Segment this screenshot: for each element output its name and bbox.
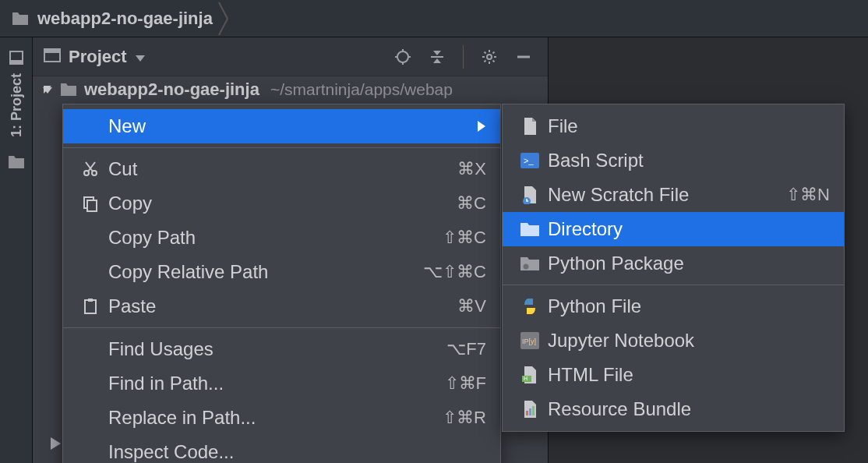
tool-window-header: Project	[33, 37, 548, 76]
context_menu-item-new[interactable]: New	[63, 109, 500, 143]
jupyter-icon: IP[y]	[517, 332, 543, 349]
window-icon	[44, 47, 61, 67]
menu-item-label: HTML File	[548, 364, 633, 386]
project-root-label: webapp2-no-gae-jinja	[84, 80, 259, 100]
new_submenu-item-bash-script[interactable]: >_Bash Script	[503, 143, 844, 178]
menu-item-shortcut: ⌘C	[457, 193, 486, 214]
menu-item-label: Bash Script	[548, 150, 644, 171]
locate-icon[interactable]	[390, 44, 416, 70]
project-tab[interactable]: 1: Project	[7, 48, 26, 137]
menu-item-shortcut: ⇧⌘R	[443, 408, 486, 428]
new_submenu-item-directory[interactable]: Directory	[503, 212, 844, 246]
menu-divider	[503, 285, 844, 285]
menu-item-label: Jupyter Notebook	[548, 330, 694, 352]
menu-item-label: Paste	[108, 295, 156, 317]
menu-item-label: File	[548, 115, 578, 137]
submenu-arrow-icon	[477, 115, 486, 137]
new-submenu[interactable]: File>_Bash ScriptNew Scratch File⇧⌘NDire…	[502, 104, 845, 432]
expand-arrow-icon[interactable]	[42, 80, 53, 100]
dropdown-chevron-icon	[135, 47, 146, 67]
package-icon	[517, 256, 543, 271]
project-root-row[interactable]: webapp2-no-gae-jinja ~/smartninja/apps/w…	[33, 76, 548, 100]
context-menu[interactable]: NewCut⌘XCopy⌘CCopy Path⇧⌘CCopy Relative …	[62, 104, 501, 463]
svg-rect-1	[10, 60, 23, 64]
menu-item-label: Inspect Code...	[108, 441, 234, 463]
menu-item-shortcut: ⌘V	[457, 296, 486, 316]
svg-text:H: H	[524, 376, 528, 381]
svg-rect-10	[85, 300, 96, 313]
new_submenu-item-new-scratch-file[interactable]: New Scratch File⇧⌘N	[503, 178, 844, 212]
svg-rect-22	[532, 406, 535, 415]
new_submenu-item-jupyter-notebook[interactable]: IP[y]Jupyter Notebook	[503, 323, 844, 358]
scratch-icon	[517, 186, 543, 204]
folder-icon	[59, 82, 78, 97]
menu-item-label: Replace in Path...	[108, 407, 256, 429]
menu-item-label: Cut	[108, 158, 137, 180]
context_menu-item-copy[interactable]: Copy⌘C	[63, 186, 500, 221]
html-icon: H	[517, 366, 543, 384]
menu-item-label: Copy Relative Path	[108, 261, 268, 283]
new_submenu-item-html-file[interactable]: HHTML File	[503, 358, 844, 392]
context_menu-item-copy-relative-path[interactable]: Copy Relative Path⌥⇧⌘C	[63, 255, 500, 289]
menu-item-label: New	[108, 115, 146, 137]
svg-rect-3	[44, 49, 60, 53]
bash-icon: >_	[517, 153, 543, 168]
left-tool-rail: 1: Project	[0, 37, 33, 463]
menu-item-shortcut: ⌥⇧⌘C	[423, 262, 486, 282]
folder-icon	[517, 221, 543, 237]
context_menu-item-cut[interactable]: Cut⌘X	[63, 152, 500, 186]
menu-item-label: Copy	[108, 193, 152, 214]
new_submenu-item-python-package[interactable]: Python Package	[503, 246, 844, 281]
svg-text:IP[y]: IP[y]	[522, 338, 536, 345]
python-icon	[517, 298, 543, 315]
context_menu-item-inspect-code-[interactable]: Inspect Code...	[63, 435, 500, 463]
svg-rect-21	[529, 408, 531, 415]
collapse-icon[interactable]	[424, 44, 450, 70]
new_submenu-item-python-file[interactable]: Python File	[503, 289, 844, 323]
folder-icon	[11, 11, 30, 27]
minimize-icon[interactable]	[510, 44, 537, 70]
breadcrumb-item[interactable]: webapp2-no-gae-jinja	[11, 9, 213, 29]
new_submenu-item-resource-bundle[interactable]: Resource Bundle	[503, 392, 844, 426]
svg-rect-20	[526, 411, 528, 415]
menu-item-label: New Scratch File	[548, 184, 689, 206]
svg-point-4	[397, 51, 408, 62]
svg-rect-9	[87, 200, 97, 211]
bundle-icon	[517, 400, 543, 419]
menu-item-shortcut: ⇧⌘N	[786, 185, 830, 205]
menu-item-label: Find in Path...	[108, 373, 224, 394]
file-icon	[517, 117, 543, 136]
menu-divider	[63, 327, 500, 328]
project-root-path: ~/smartninja/apps/webap	[270, 80, 453, 99]
context_menu-item-copy-path[interactable]: Copy Path⇧⌘C	[63, 221, 500, 255]
menu-item-label: Python File	[548, 295, 641, 317]
menu-item-label: Python Package	[548, 253, 684, 274]
breadcrumb-label: webapp2-no-gae-jinja	[37, 9, 213, 29]
context_menu-item-paste[interactable]: Paste⌘V	[63, 289, 500, 323]
menu-item-shortcut: ⌥F7	[446, 339, 486, 359]
context_menu-item-find-in-path-[interactable]: Find in Path...⇧⌘F	[63, 366, 500, 401]
breadcrumb-chevron-icon	[213, 1, 235, 37]
context_menu-item-find-usages[interactable]: Find Usages⌥F7	[63, 332, 500, 366]
svg-rect-11	[88, 299, 93, 302]
tool-title-label: Project	[69, 47, 127, 67]
paste-icon	[77, 298, 104, 315]
cut-icon	[77, 161, 104, 178]
new_submenu-item-file[interactable]: File	[503, 109, 844, 143]
copy-icon	[77, 195, 104, 212]
menu-item-label: Resource Bundle	[548, 398, 691, 420]
gear-icon[interactable]	[476, 44, 503, 70]
folder-rail-icon[interactable]	[7, 153, 26, 171]
toolbar-separator	[463, 45, 464, 69]
tool-window-title[interactable]: Project	[44, 47, 146, 67]
project-tab-icon	[7, 48, 26, 67]
menu-item-shortcut: ⇧⌘F	[445, 373, 486, 394]
context_menu-item-replace-in-path-[interactable]: Replace in Path...⇧⌘R	[63, 401, 500, 435]
menu-item-label: Find Usages	[108, 338, 213, 360]
menu-item-shortcut: ⇧⌘C	[443, 228, 486, 248]
svg-text:>_: >_	[524, 156, 534, 165]
menu-item-shortcut: ⌘X	[457, 159, 486, 179]
svg-point-5	[487, 55, 492, 59]
breadcrumb-bar: webapp2-no-gae-jinja	[0, 0, 868, 37]
svg-point-15	[524, 264, 529, 270]
